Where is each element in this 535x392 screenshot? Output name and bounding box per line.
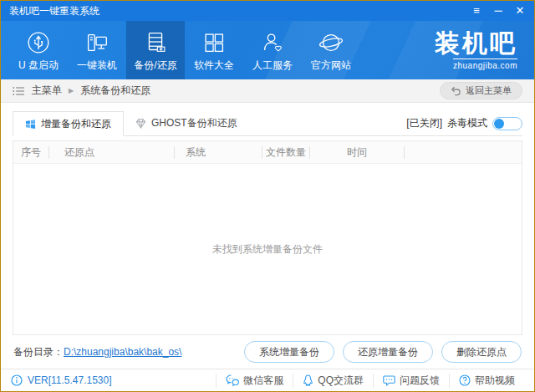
qq-icon [303, 374, 313, 386]
system-incremental-backup-button[interactable]: 系统增量备份 [244, 341, 334, 363]
computer-icon [83, 28, 111, 57]
titlebar: 装机吧一键重装系统 ≡ ─ ✕ [1, 1, 534, 21]
table-header: 序号 还原点 系统 文件数量 时间 [13, 141, 522, 164]
wechat-icon [226, 374, 239, 386]
feedback-bubble-icon [383, 375, 395, 386]
return-main-menu-label: 返回主菜单 [466, 84, 512, 97]
nav-item-software[interactable]: 软件大全 [185, 21, 243, 79]
nav-item-website[interactable]: 官方网站 [302, 21, 360, 79]
brand-domain: zhuangjiba.com [453, 59, 517, 70]
nav-label: U 盘启动 [18, 59, 59, 73]
table-body: 未找到系统增量备份文件 [13, 164, 522, 334]
nav-label: 备份/还原 [134, 59, 176, 73]
version-text: VER[11.5.47.1530] [28, 374, 112, 386]
antivirus-label: 杀毒模式 [447, 116, 487, 130]
close-icon[interactable]: ✕ [509, 1, 531, 21]
backup-directory-label: 备份目录： [13, 345, 64, 359]
main-nav: U 盘启动 一键装机 [1, 21, 534, 79]
status-link-label: 微信客服 [243, 374, 283, 388]
tab-incremental-backup[interactable]: 增量备份和还原 [13, 111, 124, 136]
breadcrumb-current: 系统备份和还原 [80, 84, 150, 98]
window-title: 装机吧一键重装系统 [1, 4, 99, 18]
info-icon [11, 374, 23, 386]
nav-item-backup-restore[interactable]: 备份/还原 [126, 21, 185, 79]
nav-item-usb-boot[interactable]: U 盘启动 [9, 21, 68, 79]
nav-item-support[interactable]: 人工服务 [243, 21, 302, 79]
column-header-index: 序号 [13, 146, 49, 159]
help-video-link[interactable]: 帮助视频 [449, 374, 524, 388]
antivirus-toggle[interactable] [492, 117, 522, 130]
tab-label: 增量备份和还原 [41, 117, 111, 131]
ghost-gem-icon [135, 118, 146, 129]
minimize-icon[interactable]: ─ [487, 1, 509, 21]
nav-label: 人工服务 [252, 59, 293, 73]
column-header-system: 系统 [175, 146, 262, 159]
antivirus-mode-control: [已关闭] 杀毒模式 [406, 116, 522, 135]
software-grid-icon [200, 28, 228, 57]
status-bar: VER[11.5.47.1530] 微信客服 QQ交流群 [1, 369, 534, 391]
empty-table-message: 未找到系统增量备份文件 [212, 242, 323, 257]
back-arrow-icon [451, 86, 461, 96]
breadcrumb-separator-icon: ▶ [69, 87, 74, 94]
tab-label: GHOST备份和还原 [151, 116, 237, 130]
column-header-file-count: 文件数量 [262, 146, 310, 159]
brand-logo: 装机吧 zhuangjiba.com [435, 21, 517, 79]
qq-group-link[interactable]: QQ交流群 [293, 374, 373, 388]
column-header-filler [405, 146, 522, 159]
nav-spacer [360, 21, 435, 79]
brand-name: 装机吧 [435, 31, 517, 56]
menu-list-icon [13, 86, 25, 96]
feedback-link[interactable]: 问题反馈 [373, 374, 449, 388]
return-main-menu-button[interactable]: 返回主菜单 [440, 82, 522, 99]
tab-bar: 增量备份和还原 GHOST备份和还原 [已关闭] 杀毒模式 [13, 111, 522, 136]
nav-label: 一键装机 [77, 59, 117, 73]
help-icon [459, 374, 471, 386]
breadcrumb: 主菜单 ▶ 系统备份和还原 返回主菜单 [1, 79, 534, 103]
globe-icon [317, 28, 345, 57]
backup-directory-link[interactable]: D:\zhuangjiba\bak\bak_os\ [64, 346, 181, 358]
column-header-restore-point: 还原点 [49, 146, 175, 159]
windows-icon [25, 119, 36, 130]
backup-restore-icon [141, 28, 170, 57]
breadcrumb-main-menu[interactable]: 主菜单 [32, 84, 62, 98]
status-link-label: QQ交流群 [318, 374, 364, 388]
nav-label: 软件大全 [194, 59, 234, 73]
delete-restore-point-button[interactable]: 删除还原点 [441, 341, 522, 363]
app-window: 装机吧一键重装系统 ≡ ─ ✕ U 盘启动 [0, 0, 535, 392]
nav-item-one-key-install[interactable]: 一键装机 [68, 21, 126, 79]
antivirus-status: [已关闭] [406, 116, 442, 130]
content-area: 增量备份和还原 GHOST备份和还原 [已关闭] 杀毒模式 [1, 103, 534, 369]
column-header-time: 时间 [310, 146, 405, 159]
nav-label: 官方网站 [311, 59, 351, 73]
menu-icon[interactable]: ≡ [466, 1, 487, 21]
tab-ghost-backup[interactable]: GHOST备份和还原 [124, 110, 249, 135]
support-person-icon [258, 28, 287, 57]
restore-incremental-backup-button[interactable]: 还原增量备份 [343, 341, 433, 363]
wechat-support-link[interactable]: 微信客服 [216, 374, 293, 388]
status-link-label: 问题反馈 [400, 374, 440, 388]
version-info: VER[11.5.47.1530] [11, 374, 112, 386]
toggle-knob [494, 119, 504, 129]
usb-icon [24, 28, 53, 57]
backup-actions-row: 备份目录： D:\zhuangjiba\bak\bak_os\ 系统增量备份 还… [1, 335, 534, 369]
status-link-label: 帮助视频 [475, 374, 515, 388]
restore-points-table: 序号 还原点 系统 文件数量 时间 未找到系统增量备份文件 [13, 140, 522, 335]
